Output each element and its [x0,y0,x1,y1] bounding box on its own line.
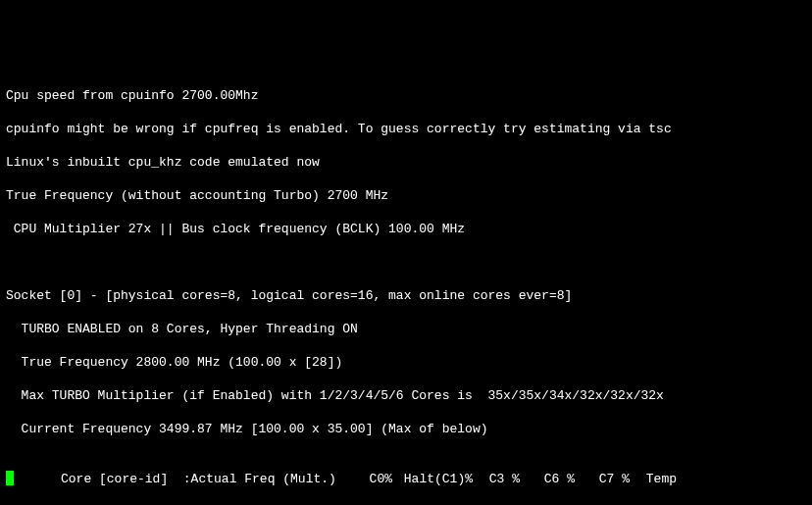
socket-true-frequency: True Frequency 2800.00 MHz (100.00 x [28… [6,354,806,371]
current-frequency: Current Frequency 3499.87 MHz [100.00 x … [6,421,806,437]
max-turbo-multiplier: Max TURBO Multiplier (if Enabled) with 1… [6,387,806,404]
col-temp: Temp [630,471,677,487]
blank-line [6,254,806,271]
socket-summary: Socket [0] - [physical cores=8, logical … [6,287,806,304]
cursor-icon [6,471,14,485]
cpuinfo-speed: Cpu speed from cpuinfo 2700.00Mhz [6,87,806,104]
col-c0: C0% [335,471,392,487]
table-header-row: Core [core-id] :Actual Freq (Mult.)C0%Ha… [6,471,806,487]
col-c6: C6 % [520,471,575,487]
col-c3: C3 % [473,471,520,487]
cpu-khz-note: Linux's inbuilt cpu_khz code emulated no… [6,154,806,171]
true-frequency: True Frequency (without accounting Turbo… [6,187,806,204]
col-core: Core [core-id] :Actual Freq (Mult.) [61,471,335,487]
turbo-status: TURBO ENABLED on 8 Cores, Hyper Threadin… [6,321,806,337]
cpuinfo-warning: cpuinfo might be wrong if cpufreq is ena… [6,121,806,137]
cpu-multiplier-bclk: CPU Multiplier 27x || Bus clock frequenc… [6,221,806,237]
terminal-output: Cpu speed from cpuinfo 2700.00Mhz cpuinf… [6,71,806,505]
col-halt: Halt(C1)% [392,471,473,487]
col-c7: C7 % [575,471,630,487]
